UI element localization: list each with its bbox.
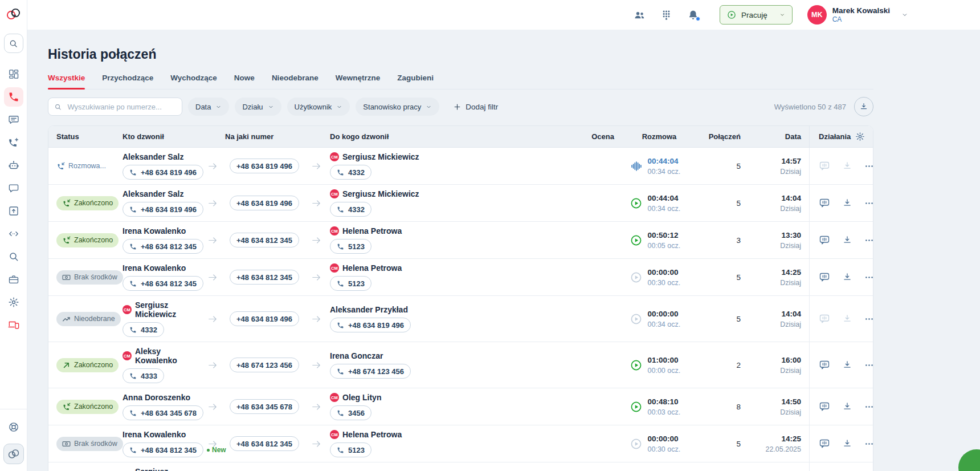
filter-pill[interactable]: Stanowisko pracy <box>356 98 439 116</box>
tab[interactable]: Zagubieni <box>397 74 434 89</box>
row-menu-button[interactable] <box>864 235 873 245</box>
row-menu-button[interactable] <box>864 198 873 208</box>
transcript-button[interactable] <box>819 271 830 283</box>
play-recording-button[interactable] <box>630 197 642 209</box>
sidebar-item-search[interactable] <box>4 247 23 266</box>
sidebar-item-bubble[interactable] <box>4 178 23 198</box>
sidebar-item-devices[interactable] <box>4 315 23 335</box>
sidebar-item-briefcase[interactable] <box>4 270 23 289</box>
transcript-button[interactable] <box>819 438 830 449</box>
caller-number-chip[interactable]: +48 634 812 345 <box>122 442 203 457</box>
table-row[interactable]: Brak środków CM Irena Kowalenko +48 634 … <box>48 259 873 296</box>
transcript-button[interactable] <box>819 359 830 371</box>
play-recording-button[interactable] <box>630 234 642 246</box>
table-row[interactable]: Zakończono CM Aleksander Salz +48 634 81… <box>48 185 873 222</box>
dialed-number-chip[interactable]: +48 634 819 496 <box>230 311 299 326</box>
sidebar-item-robot[interactable] <box>4 156 23 175</box>
tab[interactable]: Nieodebrane <box>272 74 318 89</box>
search-input[interactable] <box>66 102 176 112</box>
download-recording-button[interactable] <box>842 161 852 171</box>
work-status-button[interactable]: Pracuję <box>720 5 793 25</box>
row-menu-button[interactable] <box>864 360 873 370</box>
table-row[interactable]: Zakończono CM Sergiusz Mickiewicz 4332 N… <box>48 462 873 471</box>
dialed-number-chip[interactable]: +48 634 812 345 <box>230 270 299 285</box>
caller-number-chip[interactable]: +48 634 819 496 <box>122 202 203 217</box>
callee-number-chip[interactable]: +48 634 819 496 <box>330 318 411 332</box>
sidebar-item-inbox[interactable] <box>4 201 23 221</box>
table-row[interactable]: Zakończono CM Anna Doroszenko +48 634 34… <box>48 388 873 425</box>
contacts-button[interactable] <box>634 9 646 21</box>
callee-number-chip[interactable]: 4332 <box>330 165 371 180</box>
sidebar-search-button[interactable] <box>4 34 23 53</box>
download-recording-button[interactable] <box>842 314 852 324</box>
sidebar-app-switcher[interactable] <box>3 444 24 464</box>
sidebar-item-phone[interactable] <box>4 87 23 107</box>
caller-number-chip[interactable]: +48 634 345 678 <box>122 405 203 420</box>
export-button[interactable] <box>854 97 873 116</box>
tab[interactable]: Wszystkie <box>48 74 85 89</box>
row-menu-button[interactable] <box>864 439 873 449</box>
dialed-number-chip[interactable]: +48 634 819 496 <box>230 159 299 173</box>
dialed-number-chip[interactable]: +48 634 812 345 <box>230 233 299 247</box>
filter-pill[interactable]: Data <box>188 98 229 116</box>
filter-pill[interactable]: Działu <box>235 98 281 116</box>
caller-number-chip[interactable]: +48 634 812 345 <box>122 239 203 254</box>
sidebar-item-phone-plus[interactable] <box>4 133 23 152</box>
row-menu-button[interactable] <box>864 273 873 282</box>
transcript-button[interactable] <box>819 234 830 246</box>
dialed-number-chip[interactable]: +48 674 123 456 <box>230 358 299 372</box>
dialpad-button[interactable] <box>660 9 672 21</box>
table-row[interactable]: Nieodebrane CM Sergiusz Mickiewicz 4332 … <box>48 296 873 342</box>
callee-number-chip[interactable]: 5123 <box>330 276 371 291</box>
callee-number-chip[interactable]: +48 674 123 456 <box>330 364 411 379</box>
download-recording-button[interactable] <box>842 272 852 282</box>
callee-number-chip[interactable]: 5123 <box>330 442 371 457</box>
download-recording-button[interactable] <box>842 235 852 245</box>
notifications-button[interactable] <box>687 9 699 21</box>
sidebar-item-code[interactable] <box>4 224 23 243</box>
dialed-number-chip[interactable]: +48 634 345 678 <box>230 399 299 414</box>
tab[interactable]: Wychodzące <box>170 74 217 89</box>
dialed-number-chip[interactable]: +48 634 812 345 <box>230 436 299 451</box>
caller-number-chip[interactable]: 4333 <box>122 368 164 383</box>
dialed-number-chip[interactable]: +48 634 819 496 <box>230 196 299 210</box>
sidebar-item-dashboard[interactable] <box>4 64 23 84</box>
tab[interactable]: Wewnętrzne <box>336 74 381 89</box>
sidebar-item-help[interactable] <box>4 417 23 437</box>
play-recording-button[interactable] <box>630 401 642 413</box>
search-box <box>48 98 182 116</box>
download-recording-button[interactable] <box>842 401 852 412</box>
download-recording-button[interactable] <box>842 360 852 370</box>
sidebar-item-chat[interactable] <box>4 110 23 129</box>
callee-number-chip[interactable]: 4332 <box>330 202 371 217</box>
transcript-button[interactable] <box>819 197 830 209</box>
row-menu-button[interactable] <box>864 402 873 412</box>
row-menu-button[interactable] <box>864 161 873 171</box>
play-recording-button[interactable] <box>630 359 642 371</box>
play-recording-button[interactable] <box>630 271 642 283</box>
transcript-button[interactable] <box>819 313 830 324</box>
add-filter-button[interactable]: Dodaj filtr <box>450 102 501 112</box>
tab[interactable]: Nowe <box>234 74 255 89</box>
transcript-button[interactable] <box>819 160 830 172</box>
filter-pill[interactable]: Użytkownik <box>287 98 350 116</box>
row-menu-button[interactable] <box>864 314 873 324</box>
download-recording-button[interactable] <box>842 198 852 208</box>
table-settings-button[interactable] <box>855 132 865 141</box>
caller-number-chip[interactable]: +48 634 812 345 <box>122 276 203 291</box>
callee-number-chip[interactable]: 5123 <box>330 239 371 254</box>
callee-number-chip[interactable]: 3456 <box>330 405 371 420</box>
tab[interactable]: Przychodzące <box>102 74 153 89</box>
play-recording-button[interactable] <box>630 438 642 450</box>
sidebar-item-cog[interactable] <box>4 293 23 312</box>
table-row[interactable]: Rozmowa... CM Aleksander Salz +48 634 81… <box>48 148 873 185</box>
play-recording-button[interactable] <box>630 313 642 325</box>
caller-number-chip[interactable]: 4332 <box>122 322 164 337</box>
download-recording-button[interactable] <box>842 438 852 449</box>
table-row[interactable]: Zakończono CM Aleksy Kowalenko 4333 New … <box>48 342 873 388</box>
transcript-button[interactable] <box>819 401 830 412</box>
user-menu[interactable]: MK Marek Kowalski CA <box>807 5 908 25</box>
caller-number-chip[interactable]: +48 634 819 496 <box>122 165 203 180</box>
table-row[interactable]: Brak środków CM Irena Kowalenko +48 634 … <box>48 425 873 462</box>
table-row[interactable]: Zakończono CM Irena Kowalenko +48 634 81… <box>48 222 873 259</box>
